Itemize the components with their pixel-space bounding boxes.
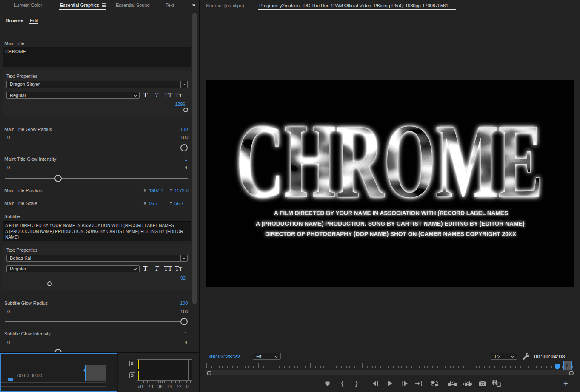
svg-text:DIRECTOR OF PHOTOGRAPHY (DOP N: DIRECTOR OF PHOTOGRAPHY (DOP NAME) SHOT … [265,230,516,237]
svg-text:CHROME: CHROME [236,102,543,220]
svg-text:A FILM DIRECTED BY YOUR NAME I: A FILM DIRECTED BY YOUR NAME IN ASSOCIAT… [274,209,508,216]
svg-text:A (PRODUCTION NAME) PRODUCTION: A (PRODUCTION NAME) PRODUCTION. SONG BY … [256,220,525,227]
